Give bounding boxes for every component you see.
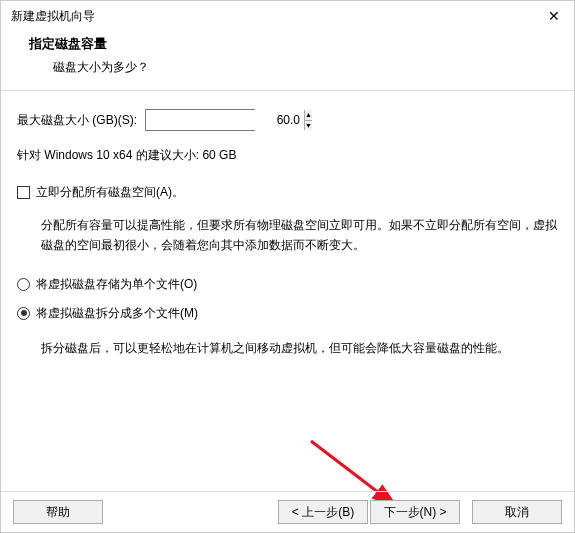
chevron-up-icon: ▲	[305, 111, 312, 118]
help-button[interactable]: 帮助	[13, 500, 103, 524]
store-single-row[interactable]: 将虚拟磁盘存储为单个文件(O)	[17, 276, 558, 293]
store-split-row[interactable]: 将虚拟磁盘拆分成多个文件(M)	[17, 305, 558, 322]
footer-buttons: 帮助 < 上一步(B) 下一步(N) > 取消	[1, 491, 574, 532]
content-area: 最大磁盘大小 (GB)(S): ▲ ▼ 针对 Windows 10 x64 的建…	[1, 91, 574, 388]
allocate-label: 立即分配所有磁盘空间(A)。	[36, 184, 184, 201]
disk-size-row: 最大磁盘大小 (GB)(S): ▲ ▼	[17, 109, 558, 131]
spinner-down-button[interactable]: ▼	[305, 121, 312, 131]
allocate-checkbox[interactable]	[17, 186, 30, 199]
store-split-radio[interactable]	[17, 307, 30, 320]
disk-size-label: 最大磁盘大小 (GB)(S):	[17, 112, 137, 129]
disk-size-field[interactable]: ▲ ▼	[145, 109, 255, 131]
store-single-radio[interactable]	[17, 278, 30, 291]
nav-button-group: < 上一步(B) 下一步(N) >	[278, 500, 468, 524]
wizard-header: 指定磁盘容量 磁盘大小为多少？	[1, 29, 574, 90]
close-button[interactable]: ✕	[544, 6, 564, 26]
titlebar: 新建虚拟机向导 ✕	[1, 1, 574, 29]
store-split-description: 拆分磁盘后，可以更轻松地在计算机之间移动虚拟机，但可能会降低大容量磁盘的性能。	[17, 334, 558, 378]
allocate-description: 分配所有容量可以提高性能，但要求所有物理磁盘空间立即可用。如果不立即分配所有空间…	[17, 211, 558, 276]
disk-size-input[interactable]	[146, 110, 304, 130]
store-split-label: 将虚拟磁盘拆分成多个文件(M)	[36, 305, 198, 322]
window-title: 新建虚拟机向导	[11, 8, 95, 25]
back-button[interactable]: < 上一步(B)	[278, 500, 368, 524]
close-icon: ✕	[548, 8, 560, 24]
allocate-checkbox-row[interactable]: 立即分配所有磁盘空间(A)。	[17, 184, 558, 201]
header-title: 指定磁盘容量	[29, 35, 546, 53]
recommend-text: 针对 Windows 10 x64 的建议大小: 60 GB	[17, 147, 558, 164]
chevron-down-icon: ▼	[305, 122, 312, 129]
store-single-label: 将虚拟磁盘存储为单个文件(O)	[36, 276, 197, 293]
spinner-up-button[interactable]: ▲	[305, 110, 312, 121]
size-spinner: ▲ ▼	[304, 110, 312, 130]
header-subtitle: 磁盘大小为多少？	[29, 59, 546, 76]
cancel-button[interactable]: 取消	[472, 500, 562, 524]
next-button[interactable]: 下一步(N) >	[370, 500, 460, 524]
